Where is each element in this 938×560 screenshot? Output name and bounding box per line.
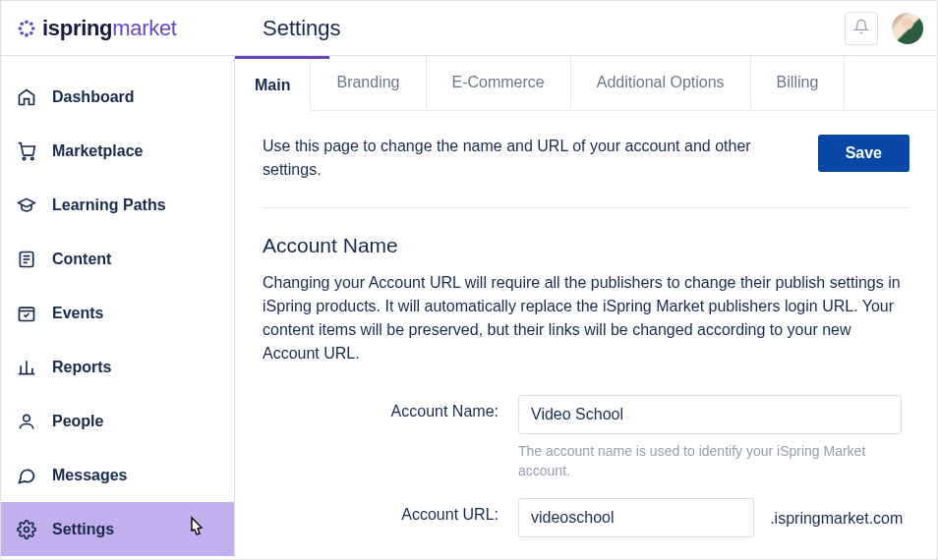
tab-label: Billing [777, 74, 819, 91]
sidebar-item-label: Events [52, 305, 103, 322]
svg-point-9 [31, 157, 34, 160]
page-title: Settings [235, 16, 845, 41]
message-icon [17, 466, 42, 485]
notifications-button[interactable] [845, 12, 878, 45]
svg-point-3 [31, 27, 35, 30]
sidebar-item-label: Learning Paths [52, 196, 166, 214]
tab-main[interactable]: Main [235, 59, 310, 111]
avatar[interactable] [892, 13, 923, 44]
divider [263, 207, 909, 208]
sidebar-item-dashboard[interactable]: Dashboard [1, 70, 234, 124]
save-button[interactable]: Save [818, 135, 909, 172]
svg-point-20 [24, 415, 30, 421]
sidebar-item-people[interactable]: People [1, 394, 234, 448]
tab-ecommerce[interactable]: E-Commerce [427, 56, 571, 109]
graduation-icon [17, 196, 42, 215]
account-url-input[interactable] [518, 498, 754, 537]
tab-additional-options[interactable]: Additional Options [571, 56, 751, 109]
svg-point-2 [19, 27, 23, 30]
brand-logo[interactable]: ispring market [1, 16, 235, 41]
section-heading-account-name: Account Name [263, 234, 909, 257]
home-icon [17, 87, 42, 107]
sidebar-item-settings[interactable]: Settings [1, 502, 234, 556]
account-name-label: Account Name: [263, 395, 518, 420]
sidebar-item-reports[interactable]: Reports [1, 340, 234, 394]
document-icon [17, 250, 42, 269]
svg-point-1 [25, 32, 29, 36]
tab-label: Branding [336, 74, 399, 91]
svg-point-5 [29, 22, 33, 26]
account-url-label: Account URL: [263, 498, 518, 524]
intro-text: Use this page to change the name and URL… [263, 135, 774, 182]
bell-icon [853, 19, 869, 37]
account-url-suffix: .ispringmarket.com [770, 510, 903, 528]
svg-point-0 [25, 20, 29, 24]
brand-icon [17, 19, 36, 38]
barchart-icon [17, 358, 42, 377]
svg-point-7 [29, 30, 33, 34]
account-name-hint: The account name is used to identify you… [518, 442, 902, 480]
svg-point-21 [25, 527, 29, 532]
tab-billing[interactable]: Billing [751, 56, 846, 109]
sidebar-item-label: Content [52, 251, 111, 268]
topbar: ispring market Settings [1, 1, 937, 56]
sidebar-item-label: People [52, 413, 103, 430]
sidebar-item-label: Marketplace [52, 142, 144, 160]
sidebar-item-label: Messages [52, 467, 128, 484]
cursor-icon [185, 515, 206, 544]
svg-point-8 [23, 157, 26, 160]
svg-rect-14 [20, 308, 34, 320]
brand-text-market: market [112, 16, 176, 41]
sidebar-item-messages[interactable]: Messages [1, 448, 234, 502]
sidebar-item-label: Settings [52, 521, 114, 538]
sidebar-item-events[interactable]: Events [1, 286, 234, 340]
sidebar-item-label: Dashboard [52, 88, 135, 106]
tab-label: E-Commerce [452, 74, 545, 91]
tab-label: Additional Options [597, 74, 725, 91]
cart-icon [17, 141, 42, 161]
svg-point-6 [20, 30, 24, 34]
account-name-input[interactable] [518, 395, 902, 434]
tab-label: Main [255, 77, 290, 94]
tab-branding[interactable]: Branding [310, 56, 426, 109]
section-description: Changing your Account URL will require a… [263, 271, 909, 365]
calendar-icon [17, 304, 42, 323]
sidebar-item-label: Reports [52, 359, 111, 376]
sidebar: Dashboard Marketplace Learning Paths Con… [1, 56, 235, 559]
tabs: Main Branding E-Commerce Additional Opti… [235, 56, 937, 111]
content-area: Main Branding E-Commerce Additional Opti… [235, 56, 937, 559]
svg-point-4 [20, 22, 24, 26]
sidebar-item-marketplace[interactable]: Marketplace [1, 124, 234, 178]
brand-text-ispring: ispring [42, 16, 112, 41]
sidebar-item-content[interactable]: Content [1, 232, 234, 286]
sidebar-item-learning-paths[interactable]: Learning Paths [1, 178, 234, 232]
gear-icon [17, 520, 42, 539]
person-icon [17, 412, 42, 431]
